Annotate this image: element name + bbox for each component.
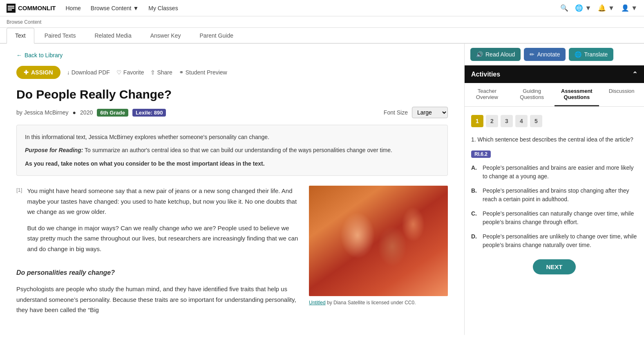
search-icon[interactable]: 🔍 [560,4,568,12]
right-toolbar: 🔊 Read Aloud ✏ Annotate 🌐 Translate [465,44,644,65]
section-heading: Do personalities really change? [16,267,301,278]
action-bar: ✚ ASSIGN ↓ Download PDF ♡ Favorite ⇧ Sha… [16,66,448,79]
read-aloud-button[interactable]: 🔊 Read Aloud [470,48,521,61]
share-link[interactable]: ⇧ Share [150,69,172,76]
tabs-bar: Text Paired Texts Related Media Answer K… [0,28,644,44]
svg-rect-2 [8,7,14,9]
svg-rect-1 [8,6,14,7]
image-caption-text: by Diana Satellite is licensed under CC0… [327,300,416,306]
image-caption: Untitled by Diana Satellite is licensed … [309,299,448,307]
right-panel: 🔊 Read Aloud ✏ Annotate 🌐 Translate Acti… [464,44,644,335]
tab-related-media[interactable]: Related Media [86,28,140,43]
activities-title: Activities [471,71,500,78]
top-navigation: COMMONLIT Home Browse Content ▼ My Class… [0,0,644,16]
standard-badge: RI.6.2 [471,151,637,164]
translate-button[interactable]: 🌐 Translate [569,48,613,61]
answer-text-b: People’s personalities and brains stop c… [483,186,637,204]
intro-purpose: Purpose for Reading: To summarize an aut… [25,146,439,155]
answer-option-d[interactable]: D. People’s personalities are unlikely t… [471,232,637,249]
article-para-1: [1] You might have heard someone say tha… [16,186,301,260]
article-content-row: [1] You might have heard someone say tha… [16,186,448,315]
intro-summary: In this informational text, Jessica McBi… [25,133,439,142]
tab-teacher-overview[interactable]: Teacher Overview [465,83,510,106]
annotate-button[interactable]: ✏ Annotate [524,48,566,61]
answer-text-a: People’s personalities and brains are ea… [483,164,637,181]
logo-text: COMMONLIT [18,4,56,11]
intro-box: In this informational text, Jessica McBi… [16,125,448,176]
article-byline: by Jessica McBirney [16,109,69,116]
option-letter-b: B. [471,186,479,204]
activities-tabs: Teacher Overview Guiding Questions Asses… [465,83,644,107]
back-to-library-link[interactable]: ← Back to Library [16,52,448,58]
question-num-4[interactable]: 4 [515,115,528,127]
image-face-overlay [309,186,448,296]
tab-paired-texts[interactable]: Paired Texts [36,28,85,43]
question-num-1[interactable]: 1 [471,115,483,127]
nav-right-icons: 🔍 🌐 ▼ 🔔 ▼ 👤 ▼ [560,4,637,12]
tab-parent-guide[interactable]: Parent Guide [191,28,242,43]
nav-browse-content[interactable]: Browse Content ▼ [91,5,139,11]
activities-header: Activities ⌃ [465,65,644,83]
article-image-col: Untitled by Diana Satellite is licensed … [309,186,448,315]
tab-answer-key[interactable]: Answer Key [142,28,190,43]
breadcrumb-item[interactable]: Browse Content [7,19,41,25]
option-letter-c: C. [471,209,479,227]
speaker-icon: 🔊 [476,51,483,58]
pencil-icon: ✏ [530,51,534,58]
answer-option-b[interactable]: B. People’s personalities and brains sto… [471,186,637,204]
globe-icon[interactable]: 🌐 ▼ [575,4,591,12]
tab-guiding-questions[interactable]: Guiding Questions [510,83,555,106]
article-text-col: [1] You might have heard someone say tha… [16,186,301,315]
article-year: 2020 [80,109,93,116]
globe-translate-icon: 🌐 [575,51,581,58]
question-text: 1. Which sentence best describes the cen… [471,135,637,144]
answer-option-c[interactable]: C. People’s personalities can naturally … [471,209,637,227]
para-1-text-2: But do we change in major ways? Can we r… [27,223,301,254]
student-preview-link[interactable]: ⚭ Student Preview [179,69,227,76]
question-num-5[interactable]: 5 [530,115,542,127]
download-pdf-link[interactable]: ↓ Download PDF [67,69,110,76]
font-size-select[interactable]: Small Medium Large X-Large [412,107,448,118]
logo[interactable]: COMMONLIT [7,4,56,13]
intro-notes: As you read, take notes on what you cons… [25,159,439,168]
activities-body: 1 2 3 4 5 1. Which sentence best describ… [465,107,644,335]
tab-text[interactable]: Text [7,28,34,44]
article-image [309,186,448,296]
collapse-icon[interactable]: ⌃ [632,70,637,78]
breadcrumb: Browse Content [0,16,644,28]
nav-home[interactable]: Home [65,5,80,11]
user-icon[interactable]: 👤 ▼ [621,4,637,12]
question-num-3[interactable]: 3 [501,115,513,127]
grade-badge: 6th Grade [97,109,128,117]
svg-rect-3 [8,9,12,11]
next-button[interactable]: NEXT [533,259,575,274]
meta-dot: ● [73,109,76,116]
assign-button[interactable]: ✚ ASSIGN [16,66,60,79]
font-size-label: Font Size [384,109,408,116]
tab-discussion[interactable]: Discussion [599,83,644,106]
para-1-text-1: You might have heard someone say that a … [27,186,301,217]
paragraph-num-1: [1] [16,186,22,260]
article-title: Do People Really Change? [16,87,448,102]
lexile-badge: Lexile: 890 [132,109,166,117]
tab-assessment-questions[interactable]: Assessment Questions [555,83,599,106]
question-numbers: 1 2 3 4 5 [471,115,637,127]
logo-icon [7,4,16,13]
option-letter-a: A. [471,164,479,181]
article-body: [1] You might have heard someone say tha… [16,186,448,315]
content-area: ← Back to Library ✚ ASSIGN ↓ Download PD… [0,44,464,335]
section-heading-wrapper: Do personalities really change? [16,267,301,278]
answer-text-d: People’s personalities are unlikely to c… [483,232,637,249]
option-letter-d: D. [471,232,479,249]
favorite-link[interactable]: ♡ Favorite [116,69,144,76]
answer-option-a[interactable]: A. People’s personalities and brains are… [471,164,637,181]
question-num-2[interactable]: 2 [486,115,498,127]
bell-icon[interactable]: 🔔 ▼ [598,4,614,12]
main-layout: ← Back to Library ✚ ASSIGN ↓ Download PD… [0,44,644,335]
font-size-control: Font Size Small Medium Large X-Large [384,107,448,118]
article-meta: by Jessica McBirney ● 2020 6th Grade Lex… [16,107,448,118]
nav-my-classes[interactable]: My Classes [148,5,178,11]
eye-icon: ⚭ [179,69,184,76]
share-icon: ⇧ [150,69,155,76]
image-caption-link[interactable]: Untitled [309,300,326,306]
